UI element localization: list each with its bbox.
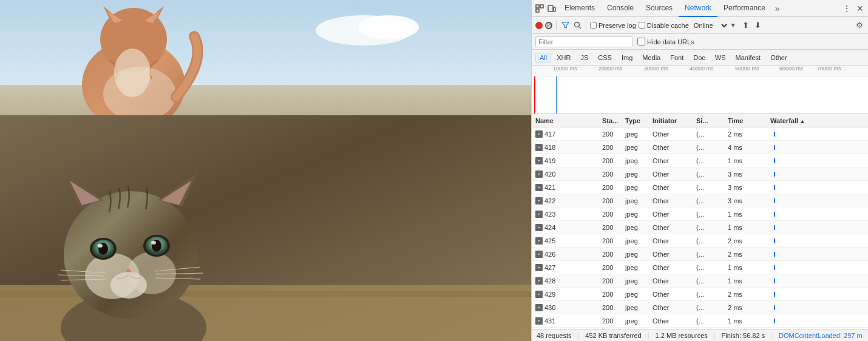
- file-icon: ▪: [535, 144, 543, 151]
- table-row[interactable]: ▪422200jpegOther(...3 ms: [532, 194, 868, 208]
- hide-data-urls-label: Hide data URLs: [647, 38, 694, 46]
- th-name[interactable]: Name: [534, 117, 601, 124]
- cell-status: 200: [601, 184, 624, 191]
- svg-line-45: [579, 27, 581, 29]
- cell-name: ▪428: [534, 277, 601, 285]
- table-row[interactable]: ▪420200jpegOther(...3 ms: [532, 167, 868, 181]
- devtools-more-icon[interactable]: ⋮: [841, 3, 852, 14]
- tab-network[interactable]: Network: [679, 0, 717, 17]
- tab-performance[interactable]: Performance: [717, 0, 771, 17]
- file-icon: ▪: [535, 184, 543, 191]
- cell-initiator: Other: [651, 304, 695, 311]
- table-row[interactable]: ▪425200jpegOther(...2 ms: [532, 234, 868, 248]
- th-size[interactable]: Si...: [695, 117, 727, 124]
- more-tabs-button[interactable]: »: [771, 2, 784, 15]
- cell-type: jpeg: [624, 264, 651, 271]
- cell-initiator: Other: [651, 130, 695, 138]
- cell-time: 2 ms: [727, 251, 769, 258]
- finish-time: Finish: 56.82 s: [722, 332, 765, 339]
- cell-type: jpeg: [624, 277, 651, 285]
- cell-time: 1 ms: [727, 264, 769, 271]
- table-row[interactable]: ▪417200jpegOther(...2 ms: [532, 127, 868, 141]
- toolbar-separator-2: [586, 21, 586, 30]
- file-icon: ▪: [535, 251, 543, 258]
- table-row[interactable]: ▪418200jpegOther(...4 ms: [532, 141, 868, 154]
- tab-sources[interactable]: Sources: [640, 0, 679, 17]
- tab-elements[interactable]: Elements: [558, 0, 601, 17]
- download-icon[interactable]: ⬇: [753, 21, 763, 30]
- status-bar: 48 requests | 452 KB transferred | 1.2 M…: [532, 329, 868, 341]
- cell-initiator: Other: [651, 317, 695, 325]
- cell-time: 3 ms: [727, 170, 769, 178]
- cell-waterfall: [769, 237, 866, 245]
- table-row[interactable]: ▪430200jpegOther(...2 ms: [532, 301, 868, 314]
- th-waterfall[interactable]: Waterfall: [769, 117, 866, 124]
- type-filter-font[interactable]: Font: [666, 53, 688, 62]
- clear-button[interactable]: ⊘: [545, 22, 552, 29]
- svg-rect-41: [536, 9, 539, 12]
- type-filter-manifest[interactable]: Manifest: [731, 53, 765, 62]
- table-row[interactable]: ▪428200jpegOther(...1 ms: [532, 274, 868, 288]
- throttle-select[interactable]: Online Fast 3G Slow 3G Offline: [691, 21, 729, 30]
- cell-type: jpeg: [624, 197, 651, 204]
- settings-icon[interactable]: ⚙: [855, 21, 864, 30]
- record-button[interactable]: [535, 22, 543, 29]
- cell-time: 2 ms: [727, 130, 769, 138]
- type-filter-img[interactable]: Img: [617, 53, 637, 62]
- table-row[interactable]: ▪431200jpegOther(...1 ms: [532, 314, 868, 328]
- cell-status: 200: [601, 197, 624, 204]
- cell-initiator: Other: [651, 237, 695, 245]
- svg-rect-42: [548, 5, 553, 12]
- network-table: Name Sta... Type Initiator Si... Time Wa…: [532, 114, 868, 329]
- table-row[interactable]: ▪427200jpegOther(...1 ms: [532, 261, 868, 274]
- svg-point-44: [574, 22, 579, 27]
- table-row[interactable]: ▪426200jpegOther(...2 ms: [532, 248, 868, 261]
- svg-rect-1: [0, 85, 531, 115]
- cell-name: ▪423: [534, 211, 601, 218]
- devtools-tabs: Elements Console Sources Network Perform…: [558, 0, 840, 17]
- devtools-controls: ⋮ ✕: [841, 3, 866, 14]
- cell-initiator: Other: [651, 251, 695, 258]
- table-row[interactable]: ▪429200jpegOther(...2 ms: [532, 288, 868, 301]
- table-row[interactable]: ▪424200jpegOther(...1 ms: [532, 221, 868, 234]
- table-header: Name Sta... Type Initiator Si... Time Wa…: [532, 114, 868, 127]
- devtools-close-icon[interactable]: ✕: [855, 3, 866, 14]
- search-icon[interactable]: [572, 21, 582, 30]
- cell-type: jpeg: [624, 170, 651, 178]
- type-filter-xhr[interactable]: XHR: [552, 53, 575, 62]
- th-type[interactable]: Type: [624, 117, 651, 124]
- type-filter-css[interactable]: CSS: [594, 53, 616, 62]
- disable-cache-checkbox[interactable]: [639, 22, 645, 29]
- preserve-log-checkbox[interactable]: [590, 22, 597, 29]
- th-time[interactable]: Time: [727, 117, 769, 124]
- cell-initiator: Other: [651, 197, 695, 204]
- type-filter-js[interactable]: JS: [576, 53, 592, 62]
- type-filter-doc[interactable]: Doc: [689, 53, 710, 62]
- cell-type: jpeg: [624, 144, 651, 151]
- inspect-icon[interactable]: [534, 3, 545, 14]
- cell-time: 4 ms: [727, 144, 769, 151]
- table-row[interactable]: ▪421200jpegOther(...3 ms: [532, 181, 868, 194]
- filter-input[interactable]: [535, 36, 632, 47]
- th-status[interactable]: Sta...: [601, 117, 624, 124]
- upload-icon[interactable]: ⬆: [741, 21, 751, 30]
- table-row[interactable]: ▪419200jpegOther(...1 ms: [532, 154, 868, 167]
- ruler-mark-7: 70000 ms: [817, 66, 841, 72]
- cell-type: jpeg: [624, 237, 651, 245]
- cell-type: jpeg: [624, 304, 651, 311]
- ruler-mark-2: 20000 ms: [598, 66, 623, 72]
- type-filter-ws[interactable]: WS: [711, 53, 730, 62]
- cat-top-image: [0, 0, 531, 115]
- type-filter-other[interactable]: Other: [766, 53, 792, 62]
- cell-initiator: Other: [651, 157, 695, 164]
- th-initiator[interactable]: Initiator: [651, 117, 695, 124]
- tab-console[interactable]: Console: [601, 0, 640, 17]
- device-toggle-icon[interactable]: [546, 3, 557, 14]
- timeline-red-line: [534, 76, 535, 114]
- table-scroll[interactable]: ▪417200jpegOther(...2 ms▪418200jpegOther…: [532, 127, 868, 329]
- filter-icon[interactable]: [560, 21, 570, 30]
- table-row[interactable]: ▪423200jpegOther(...1 ms: [532, 208, 868, 221]
- hide-data-urls-checkbox[interactable]: [637, 38, 645, 46]
- type-filter-all[interactable]: All: [535, 53, 551, 62]
- type-filter-media[interactable]: Media: [638, 53, 665, 62]
